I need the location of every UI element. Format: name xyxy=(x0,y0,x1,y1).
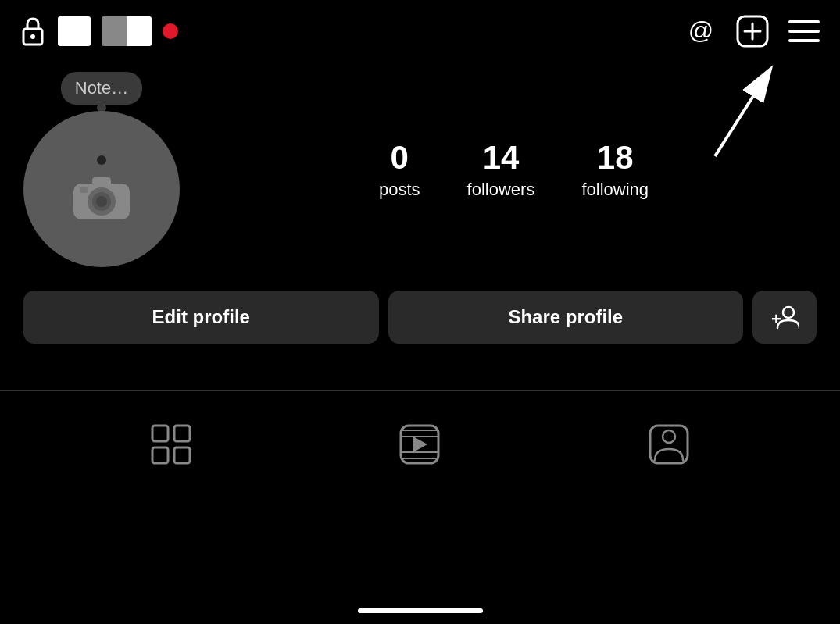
svg-marker-26 xyxy=(413,437,427,452)
top-right-icons: @ xyxy=(684,14,821,48)
avatar[interactable] xyxy=(23,111,180,267)
profile-section: Note… xyxy=(0,56,840,275)
top-left-icons xyxy=(19,16,178,46)
svg-rect-22 xyxy=(174,447,190,463)
posts-count: 0 xyxy=(391,139,409,177)
share-profile-button[interactable]: Share profile xyxy=(388,291,744,344)
stats-section: 0 posts 14 followers 18 following xyxy=(211,139,817,200)
bottom-tabs xyxy=(0,390,840,482)
threads-icon[interactable]: @ xyxy=(684,14,718,48)
top-bar: @ xyxy=(0,0,840,56)
svg-rect-21 xyxy=(152,447,168,463)
followers-stat[interactable]: 14 followers xyxy=(467,139,535,200)
followers-label: followers xyxy=(467,180,535,200)
reels-tab[interactable] xyxy=(382,415,457,474)
edit-profile-button[interactable]: Edit profile xyxy=(23,291,379,344)
action-buttons: Edit profile Share profile + xyxy=(0,275,840,359)
svg-text:@: @ xyxy=(688,16,713,45)
svg-rect-16 xyxy=(80,187,88,193)
grid-tab[interactable] xyxy=(134,415,209,474)
svg-rect-25 xyxy=(401,452,438,458)
posts-stat[interactable]: 0 posts xyxy=(379,139,420,200)
note-text: Note… xyxy=(75,78,128,98)
tagged-tab[interactable] xyxy=(631,415,706,474)
following-label: following xyxy=(581,180,649,200)
red-dot-decoration xyxy=(163,23,178,39)
following-count: 18 xyxy=(597,139,634,177)
gray-rect-decoration xyxy=(102,16,152,46)
svg-rect-19 xyxy=(152,426,168,441)
svg-rect-24 xyxy=(401,430,438,437)
avatar-wrapper: Note… xyxy=(23,72,180,267)
svg-text:+: + xyxy=(771,309,781,329)
avatar-dot xyxy=(97,155,106,165)
note-bubble[interactable]: Note… xyxy=(61,72,142,105)
svg-point-14 xyxy=(96,196,107,207)
followers-count: 14 xyxy=(483,139,520,177)
svg-rect-20 xyxy=(174,426,190,441)
home-indicator xyxy=(358,608,483,613)
svg-point-1 xyxy=(30,34,35,39)
avatar-inner xyxy=(70,155,133,223)
following-stat[interactable]: 18 following xyxy=(581,139,649,200)
hamburger-menu-icon[interactable] xyxy=(787,14,821,48)
svg-point-18 xyxy=(783,307,794,318)
svg-rect-15 xyxy=(92,177,111,187)
posts-label: posts xyxy=(379,180,420,200)
lock-icon xyxy=(19,17,47,45)
camera-icon xyxy=(70,169,133,223)
add-post-icon[interactable] xyxy=(735,14,770,48)
add-friend-button[interactable]: + xyxy=(752,291,817,344)
svg-point-28 xyxy=(663,430,675,443)
white-square-decoration xyxy=(58,16,91,46)
